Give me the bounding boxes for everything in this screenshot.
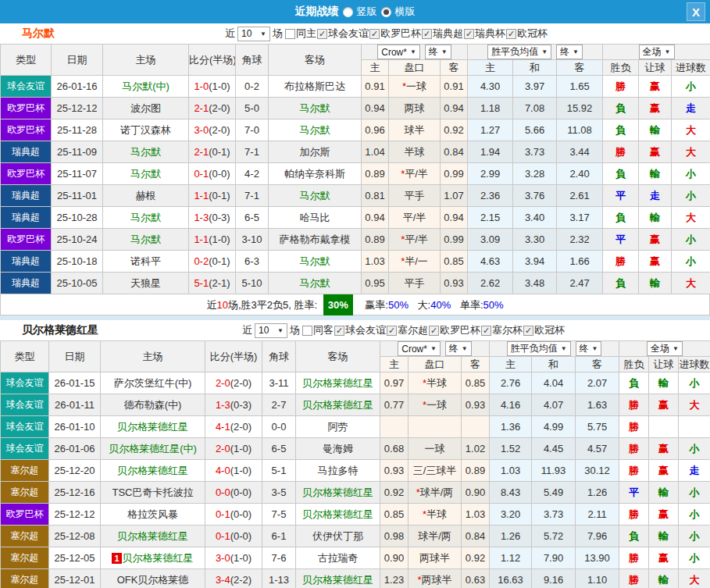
score-cell: 0-1(0-0) [205, 526, 262, 547]
mean-away-cell: 1.66 [557, 251, 603, 273]
horizontal-layout-radio[interactable] [381, 7, 391, 17]
bookmaker-select[interactable]: Crow*▼ [398, 341, 441, 356]
league-checkbox[interactable] [387, 326, 397, 336]
mean-home-cell: 3.09 [468, 229, 513, 251]
match-row: 球会友谊26-01-15萨尔茨堡红牛(中)2-0(2-0)3-11贝尔格莱德红星… [1, 372, 710, 394]
league-checkbox[interactable] [506, 29, 516, 39]
vertical-layout-label[interactable]: 竖版 [357, 5, 377, 19]
col-result: 胜负 [619, 357, 649, 372]
mean-home-cell: 8.43 [490, 482, 532, 504]
same-home-checkbox[interactable] [285, 29, 295, 39]
result-handicap-cell: 赢 [649, 504, 679, 526]
horizontal-layout-label[interactable]: 横版 [395, 5, 416, 19]
mean-stage-select[interactable]: 终▼ [556, 45, 583, 59]
result-outcome-cell: 平 [603, 229, 639, 251]
vertical-layout-radio[interactable] [343, 7, 353, 17]
handicap-cell: 平手 [389, 273, 441, 294]
win-rate-badge: 30% [323, 294, 353, 315]
match-row: 球会友谊26-01-06贝尔格莱德红星(中)2-0(1-0)6-5曼海姆0.68… [1, 438, 710, 460]
same-away-checkbox[interactable] [302, 326, 312, 336]
crow-group-header: Crow*▼ 终▼ [362, 45, 468, 60]
league-checkbox[interactable] [481, 326, 491, 336]
chevron-down-icon: ▼ [573, 48, 579, 55]
odds-away-cell: 0.89 [462, 460, 490, 482]
league-checkbox[interactable] [317, 29, 327, 39]
result-handicap-cell: 走 [639, 185, 672, 207]
league-type-badge: 欧罗巴杯 [1, 98, 52, 119]
away-team-cell: 马尔默 [269, 119, 362, 141]
corner-cell: 3-5 [262, 482, 296, 504]
corner-cell: 6-5 [262, 438, 296, 460]
titlebar: 近期战绩 竖版 横版 X [0, 0, 710, 23]
home-team-cell: 德布勒森(中) [101, 394, 205, 416]
mean-draw-cell: 3.48 [513, 273, 557, 294]
mean-home-cell: 1.26 [490, 526, 532, 547]
mean-select[interactable]: 胜平负均值▼ [507, 341, 571, 356]
league-label[interactable]: 欧罗巴杯 [380, 27, 421, 41]
rank-badge: 1 [112, 553, 121, 564]
league-label[interactable]: 塞尔杯 [492, 323, 523, 337]
league-label[interactable]: 瑞典杯 [475, 27, 505, 41]
home-team-cell: 贝尔格莱德红星 [101, 526, 205, 547]
col-away: 客场 [269, 45, 362, 76]
result-outcome-cell: 勝 [619, 547, 649, 569]
result-outcome-cell: 勝 [619, 394, 649, 416]
match-date: 25-12-12 [49, 504, 101, 526]
away-team-cell: 古拉瑞奇 [296, 547, 380, 569]
mean-away-cell: 1.63 [576, 394, 619, 416]
fullmatch-select[interactable]: 全场▼ [647, 341, 683, 356]
league-checkbox[interactable] [369, 29, 380, 39]
mean-away-cell: 5.75 [576, 416, 619, 438]
corner-cell: 0-2 [236, 76, 269, 98]
corner-cell: 6-3 [236, 251, 269, 273]
league-label[interactable]: 瑞典超 [433, 27, 463, 41]
near-label: 近 [242, 323, 252, 337]
league-checkbox[interactable] [334, 326, 344, 336]
same-home-label[interactable]: 同主 [296, 27, 316, 41]
result-goals-cell: 小 [672, 229, 710, 251]
mean-away-cell: 2.32 [557, 229, 603, 251]
league-label[interactable]: 球会友谊 [345, 323, 386, 337]
mean-group-header: 胜平负均值▼ 终▼ [468, 45, 603, 60]
mean-draw-cell: 11.93 [532, 460, 576, 482]
handicap-cell: 球半 [389, 119, 441, 141]
league-checkbox[interactable] [464, 29, 474, 39]
result-outcome-cell: 平 [619, 482, 649, 504]
corner-cell: 7-6 [262, 547, 296, 569]
col-mean-away: 客 [557, 60, 603, 76]
league-checkbox[interactable] [422, 29, 432, 39]
league-checkbox[interactable] [429, 326, 439, 336]
match-row: 球会友谊26-01-16马尔默(中)1-0(1-0)0-2布拉格斯巴达0.91*… [1, 76, 710, 98]
match-count-select[interactable]: 10▼ [237, 27, 270, 41]
close-icon[interactable]: X [687, 2, 705, 21]
league-label[interactable]: 塞尔超 [398, 323, 428, 337]
summary-text: 近 [206, 299, 216, 311]
mean-select[interactable]: 胜平负均值▼ [487, 45, 551, 59]
score-cell: 0-1(0-0) [205, 504, 262, 526]
league-type-badge: 瑞典超 [1, 207, 52, 229]
same-away-label[interactable]: 同客 [313, 323, 334, 337]
match-count-select[interactable]: 10▼ [255, 323, 287, 338]
mean-away-cell: 1.65 [557, 76, 603, 98]
mean-stage-select[interactable]: 终▼ [576, 341, 602, 356]
mean-draw-cell: 3.76 [513, 185, 557, 207]
league-label[interactable]: 球会友谊 [328, 27, 369, 41]
mean-home-cell: 1.03 [490, 460, 532, 482]
mean-draw-cell: 7.90 [532, 547, 576, 569]
fullmatch-select[interactable]: 全场▼ [639, 45, 675, 59]
match-row: 瑞典超25-11-09马尔默2-1(0-1)7-1加尔斯1.04半球0.841.… [1, 141, 710, 163]
league-label[interactable]: 欧冠杯 [534, 323, 565, 337]
odds-home-cell: 0.90 [380, 547, 409, 569]
match-date: 25-12-12 [52, 98, 103, 119]
bookmaker-select[interactable]: Crow*▼ [377, 45, 420, 59]
result-outcome-cell: 平 [603, 185, 639, 207]
corner-cell: 0-0 [262, 416, 296, 438]
league-checkbox[interactable] [523, 326, 533, 336]
league-label[interactable]: 欧冠杯 [517, 27, 548, 41]
odds-stage-select[interactable]: 终▼ [445, 341, 472, 356]
league-label[interactable]: 欧罗巴杯 [440, 323, 480, 337]
chevron-down-icon: ▼ [260, 30, 266, 37]
fullmatch-group-header: 全场▼ [603, 45, 710, 60]
match-date: 26-01-06 [49, 438, 101, 460]
odds-stage-select[interactable]: 终▼ [425, 45, 451, 59]
